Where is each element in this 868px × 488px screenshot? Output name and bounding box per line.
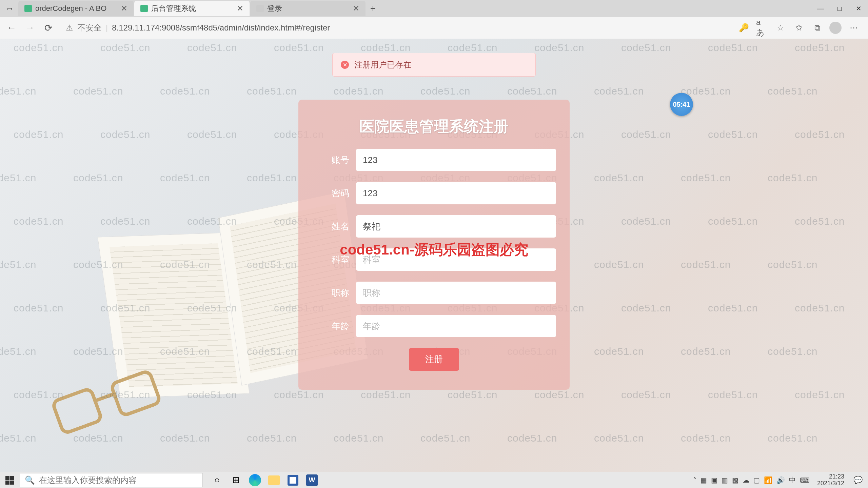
collections-icon[interactable]: ⧉ bbox=[811, 22, 823, 34]
profile-avatar[interactable] bbox=[829, 22, 842, 34]
maximize-button[interactable]: □ bbox=[830, 0, 849, 17]
clock[interactable]: 21:23 2021/3/12 bbox=[814, 473, 848, 487]
cortana-icon[interactable]: ○ bbox=[210, 473, 224, 488]
tray-chevron-icon[interactable]: ˄ bbox=[693, 476, 696, 484]
menu-icon[interactable]: ⋯ bbox=[848, 22, 860, 34]
explorer-icon[interactable] bbox=[267, 473, 281, 488]
browser-chrome: ▭ orderCodegen - A BO ✕ 后台管理系统 ✕ 登录 ✕ + … bbox=[0, 0, 868, 39]
favorites-bar-icon[interactable]: ✩ bbox=[793, 22, 805, 34]
system-tray: ˄ ▦ ▣ ▥ ▩ ☁ ▢ 📶 🔊 中 ⌨ 21:23 2021/3/12 💬 bbox=[693, 473, 868, 487]
key-icon[interactable]: 🔑 bbox=[738, 22, 750, 34]
onedrive-icon[interactable]: ☁ bbox=[743, 476, 749, 484]
task-view-icon[interactable]: ⊞ bbox=[229, 473, 243, 488]
volume-icon[interactable]: 🔊 bbox=[776, 476, 785, 484]
wifi-icon[interactable]: 📶 bbox=[764, 476, 772, 484]
task-icons: ○ ⊞ W bbox=[210, 473, 319, 488]
input-name[interactable] bbox=[356, 215, 556, 238]
notifications-icon[interactable]: 💬 bbox=[852, 474, 864, 486]
favicon-icon bbox=[140, 5, 148, 12]
row-password: 密码 bbox=[312, 182, 556, 204]
row-title: 职称 bbox=[312, 282, 556, 304]
favicon-icon bbox=[256, 5, 264, 12]
tab-label: orderCodegen - A BO bbox=[35, 4, 106, 13]
input-age[interactable] bbox=[356, 315, 556, 337]
label-account: 账号 bbox=[312, 154, 356, 166]
minimize-button[interactable]: — bbox=[811, 0, 830, 17]
new-tab-button[interactable]: + bbox=[366, 3, 380, 14]
page-background: code51.cncode51.cncode51.cncode51.cncode… bbox=[0, 39, 868, 472]
close-icon[interactable]: ✕ bbox=[237, 4, 243, 13]
input-password[interactable] bbox=[356, 182, 556, 204]
clock-badge: 05:41 bbox=[670, 93, 693, 116]
window-controls: — □ ✕ bbox=[811, 0, 868, 17]
edge-icon[interactable] bbox=[248, 473, 262, 488]
error-toast: ✕ 注册用户已存在 bbox=[332, 53, 536, 77]
clock-time: 21:23 bbox=[817, 473, 844, 480]
keyboard-icon[interactable]: ⌨ bbox=[800, 476, 810, 484]
word-icon[interactable]: W bbox=[304, 473, 319, 488]
tray-app1-icon[interactable]: ▦ bbox=[701, 476, 707, 484]
card-title: 医院医患管理系统注册 bbox=[312, 117, 556, 137]
store-icon[interactable] bbox=[285, 473, 300, 488]
tray-app4-icon[interactable]: ▩ bbox=[732, 476, 738, 484]
start-button[interactable] bbox=[0, 472, 20, 488]
clock-time: 05:41 bbox=[673, 101, 690, 108]
toolbar-icons: 🔑 aあ ☆ ✩ ⧉ ⋯ bbox=[738, 22, 863, 34]
clock-date: 2021/3/12 bbox=[817, 480, 844, 487]
favorite-icon[interactable]: ☆ bbox=[774, 22, 787, 34]
tray-app2-icon[interactable]: ▣ bbox=[711, 476, 717, 484]
submit-row: 注册 bbox=[312, 348, 556, 371]
back-button[interactable]: ← bbox=[5, 21, 18, 35]
search-placeholder: 在这里输入你要搜索的内容 bbox=[39, 475, 137, 486]
reload-button[interactable]: ⟳ bbox=[41, 21, 55, 35]
close-icon[interactable]: ✕ bbox=[353, 4, 359, 13]
warning-icon: ⚠ bbox=[66, 23, 73, 33]
tray-app3-icon[interactable]: ▥ bbox=[722, 476, 728, 484]
favicon-icon bbox=[24, 5, 32, 12]
address-bar: ← → ⟳ ⚠ 不安全 | 8.129.11.174:9008/ssmf48d5… bbox=[0, 17, 868, 39]
toast-message: 注册用户已存在 bbox=[354, 59, 411, 70]
url-bar[interactable]: ⚠ 不安全 | 8.129.11.174:9008/ssmf48d5/admin… bbox=[60, 20, 733, 36]
row-name: 姓名 bbox=[312, 215, 556, 238]
security-label: 不安全 bbox=[77, 22, 102, 33]
label-name: 姓名 bbox=[312, 221, 356, 232]
tab-label: 后台管理系统 bbox=[151, 3, 196, 14]
windows-icon bbox=[5, 476, 14, 485]
row-age: 年龄 bbox=[312, 315, 556, 337]
tab-login[interactable]: 登录 ✕ bbox=[250, 1, 366, 16]
center-watermark: code51.cn-源码乐园盗图必究 bbox=[340, 240, 528, 259]
battery-icon[interactable]: ▢ bbox=[753, 476, 760, 484]
page-viewport: code51.cncode51.cncode51.cncode51.cncode… bbox=[0, 39, 868, 472]
tab-actions-button[interactable]: ▭ bbox=[3, 2, 16, 15]
label-password: 密码 bbox=[312, 187, 356, 199]
taskbar: 🔍 在这里输入你要搜索的内容 ○ ⊞ W ˄ ▦ ▣ ▥ ▩ ☁ ▢ 📶 🔊 中… bbox=[0, 472, 868, 488]
separator: | bbox=[106, 23, 108, 33]
forward-button[interactable]: → bbox=[23, 21, 37, 35]
url-text: 8.129.11.174:9008/ssmf48d5/admin/dist/in… bbox=[112, 23, 330, 33]
register-button[interactable]: 注册 bbox=[409, 348, 459, 371]
translate-icon[interactable]: aあ bbox=[756, 22, 768, 34]
tab-admin[interactable]: 后台管理系统 ✕ bbox=[134, 1, 250, 16]
tab-ordercodegen[interactable]: orderCodegen - A BO ✕ bbox=[18, 1, 134, 16]
taskbar-search[interactable]: 🔍 在这里输入你要搜索的内容 bbox=[20, 473, 203, 487]
label-age: 年龄 bbox=[312, 320, 356, 332]
tab-bar: ▭ orderCodegen - A BO ✕ 后台管理系统 ✕ 登录 ✕ + … bbox=[0, 0, 868, 17]
row-account: 账号 bbox=[312, 149, 556, 171]
close-icon[interactable]: ✕ bbox=[121, 4, 127, 13]
label-title: 职称 bbox=[312, 287, 356, 299]
search-icon: 🔍 bbox=[25, 475, 35, 485]
error-icon: ✕ bbox=[341, 61, 349, 69]
tab-label: 登录 bbox=[267, 3, 282, 14]
close-window-button[interactable]: ✕ bbox=[849, 0, 868, 17]
input-account[interactable] bbox=[356, 149, 556, 171]
ime-icon[interactable]: 中 bbox=[789, 475, 796, 485]
input-title[interactable] bbox=[356, 282, 556, 304]
